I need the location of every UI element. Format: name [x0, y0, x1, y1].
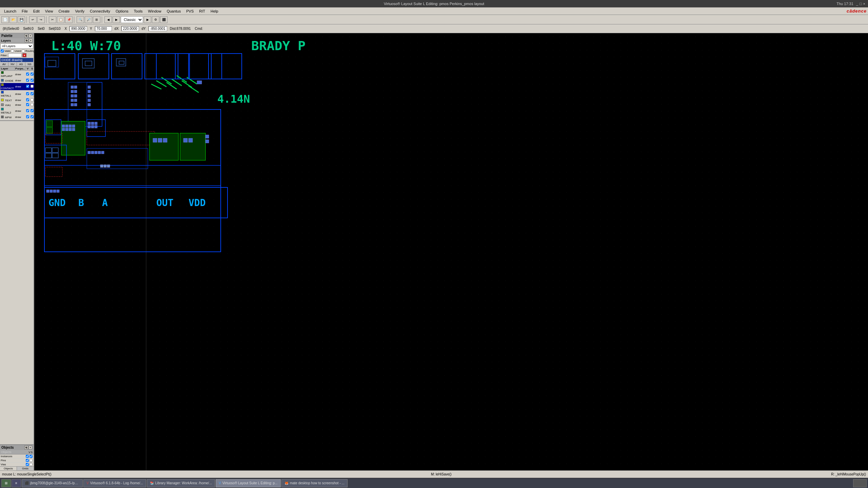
- menu-launch[interactable]: Launch: [1, 8, 19, 14]
- routing-check[interactable]: [22, 49, 25, 53]
- coord-dx-field[interactable]: 220.0000: [121, 26, 139, 31]
- menu-connectivity[interactable]: Connectivity: [87, 8, 113, 14]
- layer-row[interactable]: CONTACT draw: [0, 83, 35, 90]
- taskbar-app-menu[interactable]: ⊞: [1, 479, 11, 487]
- layer-row[interactable]: OXIDE draw: [0, 78, 35, 83]
- svg-rect-99: [100, 165, 103, 167]
- layer-filter-input[interactable]: [8, 53, 22, 57]
- menu-quantus[interactable]: Quantus: [164, 8, 184, 14]
- taskbar-places[interactable]: ≡: [12, 479, 21, 487]
- svg-rect-73: [153, 138, 157, 142]
- tb-fit[interactable]: ⊞: [93, 16, 100, 23]
- obj-tab-objects[interactable]: Objects: [0, 467, 17, 470]
- tb-arrow-r[interactable]: ▶: [113, 16, 120, 23]
- svg-rect-78: [189, 138, 193, 142]
- all-layers-dropdown[interactable]: All Layers: [0, 43, 33, 49]
- status-setn: SetN:0: [22, 27, 35, 30]
- palette-float-btn[interactable]: ⧉: [24, 34, 28, 38]
- taskbar-btn-terminal[interactable]: ⬛ jbmg7008@gle-3149-ws15-/pmos...: [22, 479, 83, 487]
- menu-verify[interactable]: Verify: [72, 8, 87, 14]
- tab-av[interactable]: AV: [0, 62, 8, 66]
- menu-edit[interactable]: Edit: [31, 8, 42, 14]
- tb-undo[interactable]: ↩: [29, 16, 37, 23]
- pins-v-check[interactable]: [26, 459, 29, 462]
- menu-create[interactable]: Create: [56, 8, 72, 14]
- menu-file[interactable]: File: [19, 8, 31, 14]
- tb-save[interactable]: 💾: [18, 16, 25, 23]
- menu-view[interactable]: View: [42, 8, 56, 14]
- coord-y-label: Y: [88, 27, 94, 30]
- svg-rect-60: [91, 122, 94, 125]
- vias-v-check[interactable]: [26, 463, 29, 466]
- menu-bar: Launch File Edit View Create Verify Conn…: [0, 7, 868, 15]
- layer-row[interactable]: IMPLANT draw: [0, 71, 35, 78]
- svg-rect-57: [72, 128, 75, 131]
- tb-arrow-l[interactable]: ◀: [104, 16, 112, 23]
- canvas-area[interactable]: L:40 W:70 BRADY P 4.14N: [34, 33, 868, 470]
- menu-options[interactable]: Options: [113, 8, 131, 14]
- tb-cut[interactable]: ✂: [49, 16, 56, 23]
- layers-float[interactable]: ⧉: [25, 39, 28, 42]
- menu-window[interactable]: Window: [145, 8, 164, 14]
- vias-s-check[interactable]: [29, 463, 33, 466]
- taskbar-btn-screenshot[interactable]: 🦊 mate desktop how to screenshot - ...: [281, 479, 348, 487]
- palette-close-btn[interactable]: ×: [28, 34, 32, 38]
- tab-as[interactable]: AS: [17, 62, 25, 66]
- tb-zoom-in[interactable]: 🔍: [77, 16, 84, 23]
- svg-rect-98: [57, 190, 59, 192]
- layer-row[interactable]: VIA1 draw: [0, 103, 35, 107]
- coord-dy-field[interactable]: -850.0001: [149, 26, 167, 31]
- pins-s-check[interactable]: [29, 459, 33, 462]
- obj-tab-grids[interactable]: Grids: [17, 467, 34, 470]
- tb-open[interactable]: 📂: [9, 16, 17, 23]
- svg-rect-53: [65, 128, 68, 131]
- svg-rect-54: [69, 125, 72, 127]
- layer-row[interactable]: METAL2 draw: [0, 107, 35, 115]
- tab-ns[interactable]: NS: [25, 62, 34, 66]
- tb-paste[interactable]: 📌: [65, 16, 73, 23]
- tb-zoom-out[interactable]: 🔎: [85, 16, 92, 23]
- layer-row[interactable]: TEXT draw: [0, 98, 35, 103]
- status-right: R: _leHiMousePopUp(): [831, 472, 866, 476]
- tb-new[interactable]: 📄: [1, 16, 9, 23]
- objects-close-btn[interactable]: ×: [28, 446, 32, 449]
- tb-go[interactable]: ▶: [144, 16, 151, 23]
- menu-pvs[interactable]: PVS: [183, 8, 196, 14]
- tb-extra1[interactable]: ⚙: [152, 16, 159, 23]
- instances-v-check[interactable]: [26, 455, 29, 458]
- layers-close[interactable]: ×: [29, 39, 33, 42]
- layout-canvas[interactable]: L:40 W:70 BRADY P 4.14N: [34, 33, 868, 470]
- coord-x-field[interactable]: 890.0000: [70, 26, 87, 31]
- window-controls[interactable]: _ □ ×: [856, 2, 865, 6]
- main-layout: Palette ⧉ × Layers ⧉ × All Layers Valid: [0, 33, 868, 470]
- used-check[interactable]: [11, 49, 14, 53]
- oxide-layer-highlight[interactable]: OXIDE drawing: [0, 58, 33, 62]
- layer-row[interactable]: MPW draw: [0, 115, 35, 120]
- tb-extra2[interactable]: ⬛: [160, 16, 167, 23]
- valid-check[interactable]: [1, 49, 4, 53]
- instances-s-check[interactable]: [29, 455, 33, 458]
- svg-rect-31: [88, 90, 91, 93]
- menu-rit[interactable]: RIT: [196, 8, 208, 14]
- taskbar-btn-libmgr[interactable]: 📚 Library Manager: WorkArea: /home/...: [147, 479, 215, 487]
- svg-text:A: A: [102, 197, 108, 208]
- tb-copy[interactable]: 📋: [57, 16, 64, 23]
- filter-options-btn[interactable]: ▼: [22, 53, 26, 57]
- tb-classic-dropdown[interactable]: Classic: [121, 16, 143, 23]
- objects-float-btn[interactable]: ⧉: [24, 446, 28, 449]
- svg-rect-84: [91, 151, 94, 154]
- taskbar-btn-log[interactable]: V Virtuoso® 6.1.8-64b - Log /home/...: [83, 479, 146, 487]
- menu-help[interactable]: Help: [208, 8, 221, 14]
- tb-redo[interactable]: ↪: [37, 16, 45, 23]
- svg-rect-86: [98, 151, 101, 154]
- taskbar-btn-layout[interactable]: V Virtuoso® Layout Suite L Editing: p...: [216, 479, 281, 487]
- menu-tools[interactable]: Tools: [131, 8, 145, 14]
- tab-nv[interactable]: NV: [8, 62, 17, 66]
- objects-sub-header: Objects V S: [0, 450, 34, 454]
- title-time: Thu 17:31: [836, 2, 853, 6]
- svg-rect-85: [95, 151, 97, 154]
- coord-y-field[interactable]: 70.000: [95, 26, 112, 31]
- layer-row[interactable]: METAL1 draw: [0, 90, 35, 98]
- taskbar-apps-group: ⬛ jbmg7008@gle-3149-ws15-/pmos... V Virt…: [22, 479, 348, 487]
- svg-rect-51: [65, 125, 68, 127]
